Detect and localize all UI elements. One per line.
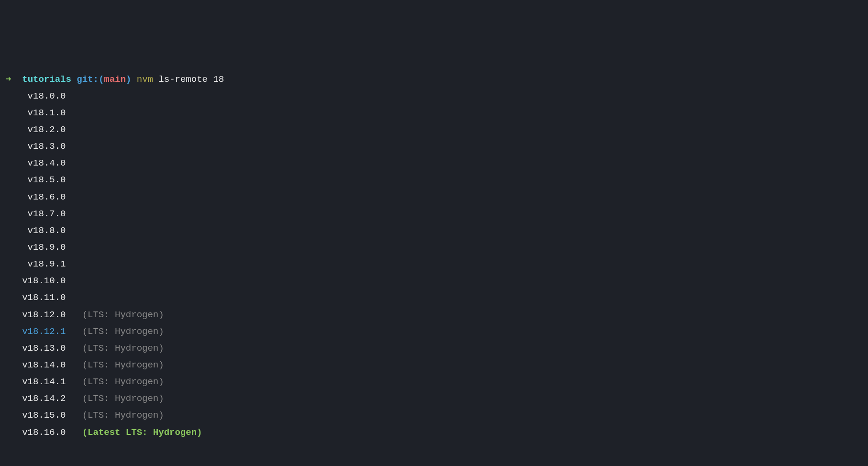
version-number: v18.15.0 (6, 407, 66, 424)
output-line: v18.8.0 (6, 222, 862, 239)
version-number: v18.13.0 (6, 340, 66, 357)
version-number: v18.10.0 (6, 273, 66, 289)
output-line: v18.1.0 (6, 105, 862, 122)
prompt-directory: tutorials (22, 74, 71, 85)
version-number: v18.7.0 (6, 206, 66, 222)
version-number: v18.12.1 (6, 323, 66, 340)
prompt-branch: main (104, 74, 126, 85)
version-number: v18.4.0 (6, 155, 66, 172)
output-line: v18.3.0 (6, 138, 862, 155)
command-output: v18.0.0v18.1.0v18.2.0v18.3.0v18.4.0v18.5… (6, 88, 862, 441)
output-line: v18.13.0 (LTS: Hydrogen) (6, 340, 862, 357)
output-line: v18.15.0 (LTS: Hydrogen) (6, 407, 862, 424)
output-line: v18.12.0 (LTS: Hydrogen) (6, 307, 862, 323)
output-line: v18.2.0 (6, 122, 862, 138)
version-label: (Latest LTS: Hydrogen) (82, 427, 202, 438)
output-line: v18.5.0 (6, 172, 862, 189)
prompt-git-close: ) (126, 74, 131, 85)
output-line: v18.12.1 (LTS: Hydrogen) (6, 323, 862, 340)
version-number: v18.14.0 (6, 357, 66, 374)
prompt-git-label: git:( (77, 74, 104, 85)
version-label: (LTS: Hydrogen) (82, 360, 164, 370)
version-number: v18.5.0 (6, 172, 66, 189)
terminal[interactable]: ➜ tutorials git:(main) nvm ls-remote 18v… (6, 71, 862, 441)
version-number: v18.3.0 (6, 138, 66, 155)
version-number: v18.11.0 (6, 289, 66, 306)
version-label: (LTS: Hydrogen) (82, 310, 164, 320)
version-number: v18.9.1 (6, 256, 66, 273)
output-line: v18.9.0 (6, 239, 862, 256)
version-number: v18.0.0 (6, 88, 66, 105)
output-line: v18.16.0 (Latest LTS: Hydrogen) (6, 424, 862, 441)
prompt-arrow-icon: ➜ (6, 74, 11, 85)
output-line: v18.14.0 (LTS: Hydrogen) (6, 357, 862, 374)
output-line: v18.6.0 (6, 189, 862, 206)
version-number: v18.6.0 (6, 189, 66, 206)
version-number: v18.8.0 (6, 222, 66, 239)
version-label: (LTS: Hydrogen) (82, 326, 164, 337)
version-label: (LTS: Hydrogen) (82, 410, 164, 421)
version-number: v18.12.0 (6, 307, 66, 323)
output-line: v18.9.1 (6, 256, 862, 273)
version-label: (LTS: Hydrogen) (82, 377, 164, 387)
version-number: v18.1.0 (6, 105, 66, 122)
version-number: v18.9.0 (6, 239, 66, 256)
version-number: v18.14.2 (6, 390, 66, 407)
command-args: ls-remote 18 (158, 74, 224, 85)
version-label: (LTS: Hydrogen) (82, 343, 164, 354)
version-number: v18.2.0 (6, 122, 66, 138)
command-binary: nvm (137, 74, 153, 85)
output-line: v18.11.0 (6, 289, 862, 306)
output-line: v18.7.0 (6, 206, 862, 222)
version-label: (LTS: Hydrogen) (82, 393, 164, 404)
output-line: v18.14.1 (LTS: Hydrogen) (6, 374, 862, 390)
version-number: v18.14.1 (6, 374, 66, 390)
version-number: v18.16.0 (6, 424, 66, 441)
output-line: v18.0.0 (6, 88, 862, 105)
output-line: v18.4.0 (6, 155, 862, 172)
prompt-line: ➜ tutorials git:(main) nvm ls-remote 18 (6, 71, 862, 88)
output-line: v18.14.2 (LTS: Hydrogen) (6, 390, 862, 407)
output-line: v18.10.0 (6, 273, 862, 289)
